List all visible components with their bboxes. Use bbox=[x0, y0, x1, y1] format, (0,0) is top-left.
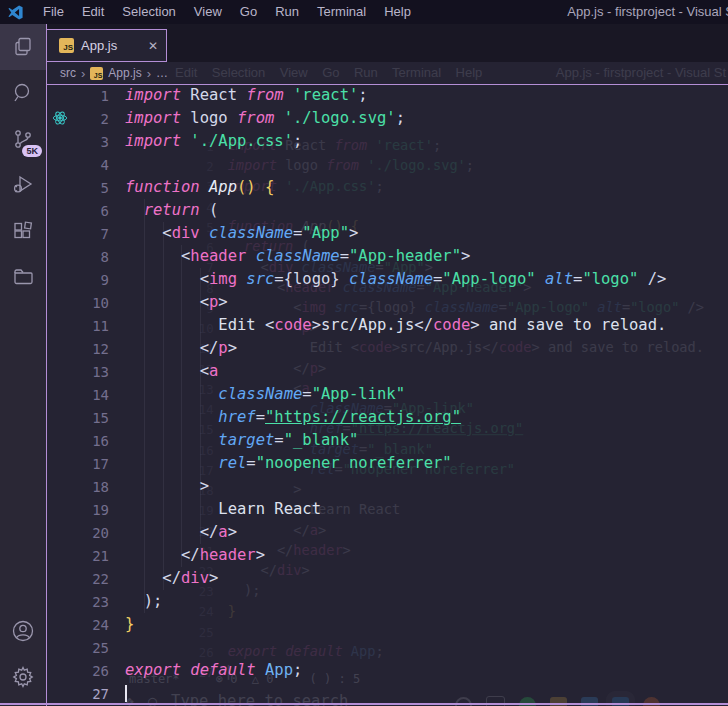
code-line: 21 </header> bbox=[47, 544, 728, 567]
code-line: 18 > bbox=[47, 475, 728, 498]
window-bottom-border bbox=[0, 703, 728, 705]
line-number: 21 bbox=[47, 548, 109, 564]
line-number: 15 bbox=[47, 410, 109, 426]
ghost-title-text: App.js - firstproject - Visual St bbox=[556, 65, 726, 80]
line-number: 12 bbox=[47, 341, 109, 357]
menu-go[interactable]: Go bbox=[231, 0, 266, 24]
chevron-right-icon: › bbox=[81, 66, 85, 81]
breadcrumb-src[interactable]: src bbox=[60, 66, 76, 80]
tab-bar: JS App.js ✕ bbox=[47, 24, 728, 62]
code-line: 9 <img src={logo} className="App-logo" a… bbox=[47, 268, 728, 291]
code-line: 2import logo from './logo.svg'; bbox=[47, 107, 728, 130]
activity-bar: 5K bbox=[0, 24, 46, 706]
code-line: 11 Edit <code>src/App.js</code> and save… bbox=[47, 314, 728, 337]
code-editor[interactable]: 1import React from 'react';2import logo … bbox=[47, 84, 728, 706]
code-line: 19 Learn React bbox=[47, 498, 728, 521]
javascript-file-icon: JS bbox=[59, 38, 74, 53]
breadcrumb-file[interactable]: App.js bbox=[108, 66, 141, 80]
menu-help[interactable]: Help bbox=[375, 0, 420, 24]
line-number: 4 bbox=[47, 157, 109, 173]
search-icon[interactable] bbox=[0, 70, 46, 116]
menu-edit[interactable]: Edit bbox=[73, 0, 113, 24]
source-control-icon[interactable]: 5K bbox=[0, 116, 46, 162]
ghost-menu-text: Edit Selection View Go Run Terminal Help bbox=[175, 65, 482, 80]
editor-group: JS App.js ✕ src › JS App.js › … Edit Sel… bbox=[46, 24, 728, 706]
line-number: 26 bbox=[47, 663, 109, 679]
code-line: 8 <header className="App-header"> bbox=[47, 245, 728, 268]
tab-appjs[interactable]: JS App.js ✕ bbox=[47, 29, 167, 62]
tab-close-icon[interactable]: ✕ bbox=[148, 39, 158, 53]
line-number: 7 bbox=[47, 226, 109, 242]
line-number: 19 bbox=[47, 502, 109, 518]
code-line: 25 bbox=[47, 636, 728, 659]
title-bar: FileEditSelectionViewGoRunTerminalHelp A… bbox=[0, 0, 728, 24]
javascript-file-icon: JS bbox=[90, 67, 103, 80]
menu-terminal[interactable]: Terminal bbox=[308, 0, 375, 24]
code-line: 13 <a bbox=[47, 360, 728, 383]
line-number: 25 bbox=[47, 640, 109, 656]
tab-label: App.js bbox=[81, 38, 141, 53]
code-line: 20 </a> bbox=[47, 521, 728, 544]
line-number: 18 bbox=[47, 479, 109, 495]
line-number: 6 bbox=[47, 203, 109, 219]
react-atom-icon bbox=[52, 110, 68, 126]
text-cursor bbox=[125, 685, 127, 702]
explorer-icon[interactable] bbox=[0, 24, 46, 70]
line-number: 14 bbox=[47, 387, 109, 403]
menu-run[interactable]: Run bbox=[266, 0, 308, 24]
code-line: 5function App() { bbox=[47, 176, 728, 199]
menu-file[interactable]: File bbox=[34, 0, 73, 24]
vscode-logo-icon bbox=[7, 4, 24, 21]
code-line: 4 bbox=[47, 153, 728, 176]
project-folder-icon[interactable] bbox=[0, 254, 46, 300]
code-line: 14 className="App-link" bbox=[47, 383, 728, 406]
line-number: 17 bbox=[47, 456, 109, 472]
code-line: 22 </div> bbox=[47, 567, 728, 590]
code-line: 17 rel="noopener noreferrer" bbox=[47, 452, 728, 475]
line-number: 1 bbox=[47, 88, 109, 104]
line-number: 3 bbox=[47, 134, 109, 150]
code-line: 12 </p> bbox=[47, 337, 728, 360]
window-title: App.js - firstproject - Visual S bbox=[567, 0, 728, 24]
extensions-icon[interactable] bbox=[0, 208, 46, 254]
code-line: 23 ); bbox=[47, 590, 728, 613]
line-number: 20 bbox=[47, 525, 109, 541]
line-number: 11 bbox=[47, 318, 109, 334]
code-line: 1import React from 'react'; bbox=[47, 84, 728, 107]
line-number: 13 bbox=[47, 364, 109, 380]
code-line: 7 <div className="App"> bbox=[47, 222, 728, 245]
code-line: 27 bbox=[47, 682, 728, 705]
scm-badge: 5K bbox=[22, 145, 42, 157]
vscode-window: { "title_bar": { "title": "App.js - firs… bbox=[0, 0, 728, 706]
chevron-right-icon: › bbox=[147, 66, 151, 81]
account-icon[interactable] bbox=[0, 608, 46, 654]
line-number: 24 bbox=[47, 617, 109, 633]
line-number: 16 bbox=[47, 433, 109, 449]
menu-selection[interactable]: Selection bbox=[113, 0, 184, 24]
code-lines: 1import React from 'react';2import logo … bbox=[47, 84, 728, 705]
breadcrumb: src › JS App.js › … Edit Selection View … bbox=[47, 62, 728, 85]
code-line: 15 href="https://reactjs.org" bbox=[47, 406, 728, 429]
code-line: 3import './App.css'; bbox=[47, 130, 728, 153]
menu-view[interactable]: View bbox=[185, 0, 231, 24]
settings-gear-icon[interactable] bbox=[0, 654, 46, 700]
line-number: 27 bbox=[47, 686, 109, 702]
line-number: 10 bbox=[47, 295, 109, 311]
code-line: 16 target="_blank" bbox=[47, 429, 728, 452]
code-line: 10 <p> bbox=[47, 291, 728, 314]
menu-bar: FileEditSelectionViewGoRunTerminalHelp bbox=[34, 0, 420, 24]
line-number: 5 bbox=[47, 180, 109, 196]
line-number: 9 bbox=[47, 272, 109, 288]
code-line: 24} bbox=[47, 613, 728, 636]
line-number: 22 bbox=[47, 571, 109, 587]
line-number: 8 bbox=[47, 249, 109, 265]
code-line: 26export default App; bbox=[47, 659, 728, 682]
line-number: 23 bbox=[47, 594, 109, 610]
run-debug-icon[interactable] bbox=[0, 162, 46, 208]
breadcrumb-symbol[interactable]: … bbox=[156, 66, 168, 80]
code-line: 6 return ( bbox=[47, 199, 728, 222]
